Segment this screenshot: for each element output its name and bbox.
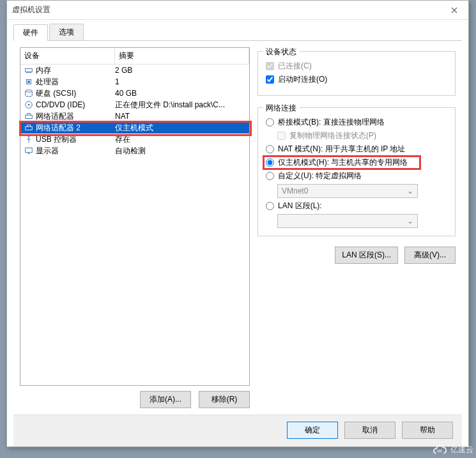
nic-icon [24, 123, 34, 133]
hostonly-radio[interactable] [266, 158, 274, 167]
lan-segment-select: ⌄ [277, 214, 418, 228]
device-label: 硬盘 (SCSI) [36, 88, 115, 99]
device-label: CD/DVD (IDE) [36, 100, 115, 109]
network-buttons: LAN 区段(S)... 高级(V)... [257, 247, 456, 264]
svg-rect-6 [26, 115, 33, 118]
custom-label: 自定义(U): 特定虚拟网络 [278, 171, 362, 181]
device-table: 设备 摘要 内存2 GB处理器1硬盘 (SCSI)40 GBCD/DVD (ID… [20, 47, 250, 386]
help-button[interactable]: 帮助 [402, 422, 453, 439]
header-device: 设备 [20, 48, 115, 64]
close-icon [451, 7, 457, 13]
body-area: 硬件 选项 设备 摘要 内存2 GB处理器1硬盘 (SCSI)40 GBCD/D… [7, 20, 468, 447]
table-row[interactable]: 网络适配器 2仅主机模式 [20, 122, 249, 134]
vmnet-select: VMnet0 ⌄ [277, 184, 418, 198]
bridge-label: 桥接模式(B): 直接连接物理网络 [278, 117, 385, 128]
ok-button[interactable]: 确定 [287, 422, 338, 439]
footer-buttons: 确定 取消 帮助 [13, 415, 462, 447]
device-label: 处理器 [36, 77, 115, 88]
custom-radio-row[interactable]: 自定义(U): 特定虚拟网络 [266, 171, 447, 181]
bridge-radio[interactable] [266, 118, 274, 126]
svg-rect-0 [26, 68, 33, 72]
vmnet-value: VMnet0 [282, 187, 308, 195]
hostonly-radio-row[interactable]: 仅主机模式(H): 与主机共享的专用网络 [266, 157, 447, 168]
device-label: 网络适配器 [36, 111, 115, 122]
right-panel: 设备状态 已连接(C) 启动时连接(O) 网络连接 桥接模式(B): 直接连接物 [257, 47, 456, 408]
svg-point-5 [28, 104, 30, 106]
left-panel: 设备 摘要 内存2 GB处理器1硬盘 (SCSI)40 GBCD/DVD (ID… [20, 47, 250, 408]
remove-button[interactable]: 移除(R) [199, 391, 250, 408]
memory-icon [24, 65, 34, 75]
device-label: 显示器 [36, 146, 115, 156]
device-status-title: 设备状态 [263, 47, 299, 57]
device-summary: 存在 [115, 134, 248, 145]
nat-radio-row[interactable]: NAT 模式(N): 用于共享主机的 IP 地址 [266, 144, 447, 155]
table-row[interactable]: 硬盘 (SCSI)40 GB [20, 88, 249, 99]
chevron-down-icon: ⌄ [407, 187, 413, 195]
network-connection-group: 网络连接 桥接模式(B): 直接连接物理网络 复制物理网络连接状态(P) NAT… [257, 107, 456, 236]
advanced-button[interactable]: 高级(V)... [404, 247, 456, 264]
header-summary: 摘要 [115, 48, 249, 64]
svg-rect-2 [27, 80, 30, 83]
nat-radio[interactable] [266, 145, 274, 153]
custom-radio[interactable] [266, 172, 274, 180]
watermark-text: 亿速云 [450, 445, 473, 455]
disk-icon [24, 88, 34, 98]
device-status-group: 设备状态 已连接(C) 启动时连接(O) [257, 51, 456, 96]
device-summary: 40 GB [115, 89, 248, 98]
window-title: 虚拟机设置 [12, 4, 50, 15]
connect-on-power-checkbox[interactable] [266, 75, 274, 84]
network-connection-title: 网络连接 [263, 103, 299, 114]
device-summary: 1 [115, 77, 248, 86]
device-buttons: 添加(A)... 移除(R) [20, 391, 250, 408]
connected-checkbox-row: 已连接(C) [266, 61, 447, 72]
device-label: USB 控制器 [36, 134, 115, 145]
svg-rect-8 [26, 148, 33, 153]
replicate-label: 复制物理网络连接状态(P) [289, 130, 376, 141]
cloud-icon: ∞ [433, 443, 447, 457]
connected-checkbox [266, 62, 274, 70]
device-rows: 内存2 GB处理器1硬盘 (SCSI)40 GBCD/DVD (IDE)正在使用… [20, 65, 249, 156]
chevron-down-icon: ⌄ [407, 217, 413, 225]
replicate-checkbox [277, 132, 286, 140]
nic-icon [24, 111, 34, 121]
svg-point-3 [26, 90, 33, 93]
tab-bar: 硬件 选项 [13, 24, 462, 41]
device-summary: 正在使用文件 D:\install pack\C... [115, 100, 248, 111]
vm-settings-window: 虚拟机设置 硬件 选项 设备 摘要 内存2 GB处理器1硬盘 (SCSI)40 … [6, 0, 469, 447]
device-summary: 自动检测 [115, 146, 248, 156]
table-row[interactable]: 处理器1 [20, 76, 249, 88]
table-row[interactable]: CD/DVD (IDE)正在使用文件 D:\install pack\C... [20, 99, 249, 111]
svg-rect-7 [26, 126, 33, 130]
titlebar: 虚拟机设置 [7, 1, 468, 20]
display-icon [24, 146, 34, 156]
lan-segment-label: LAN 区段(L): [278, 201, 322, 211]
table-row[interactable]: 网络适配器NAT [20, 111, 249, 122]
lan-segment-radio-row[interactable]: LAN 区段(L): [266, 201, 447, 211]
tab-hardware[interactable]: 硬件 [13, 24, 48, 41]
table-row[interactable]: USB 控制器存在 [20, 134, 249, 145]
nat-label: NAT 模式(N): 用于共享主机的 IP 地址 [278, 144, 405, 155]
replicate-checkbox-row: 复制物理网络连接状态(P) [277, 130, 447, 141]
close-button[interactable] [440, 1, 468, 20]
table-row[interactable]: 显示器自动检测 [20, 145, 249, 156]
lan-segments-button[interactable]: LAN 区段(S)... [335, 247, 398, 264]
bridge-radio-row[interactable]: 桥接模式(B): 直接连接物理网络 [266, 117, 447, 128]
lan-segment-radio[interactable] [266, 202, 274, 210]
device-table-header: 设备 摘要 [20, 48, 249, 65]
connect-on-power-row[interactable]: 启动时连接(O) [266, 74, 447, 85]
tab-options[interactable]: 选项 [49, 24, 84, 40]
usb-icon [24, 134, 34, 144]
connected-label: 已连接(C) [278, 61, 312, 72]
tab-content: 设备 摘要 内存2 GB处理器1硬盘 (SCSI)40 GBCD/DVD (ID… [13, 41, 462, 415]
device-label: 内存 [36, 65, 115, 76]
device-summary: 仅主机模式 [115, 123, 248, 134]
device-summary: 2 GB [115, 66, 248, 75]
add-button[interactable]: 添加(A)... [140, 391, 191, 408]
device-summary: NAT [115, 112, 248, 121]
device-label: 网络适配器 2 [36, 123, 115, 134]
hostonly-label: 仅主机模式(H): 与主机共享的专用网络 [278, 157, 408, 168]
watermark: ∞ 亿速云 [433, 443, 473, 457]
cd-icon [24, 100, 34, 110]
table-row[interactable]: 内存2 GB [20, 65, 249, 76]
cancel-button[interactable]: 取消 [344, 422, 395, 439]
